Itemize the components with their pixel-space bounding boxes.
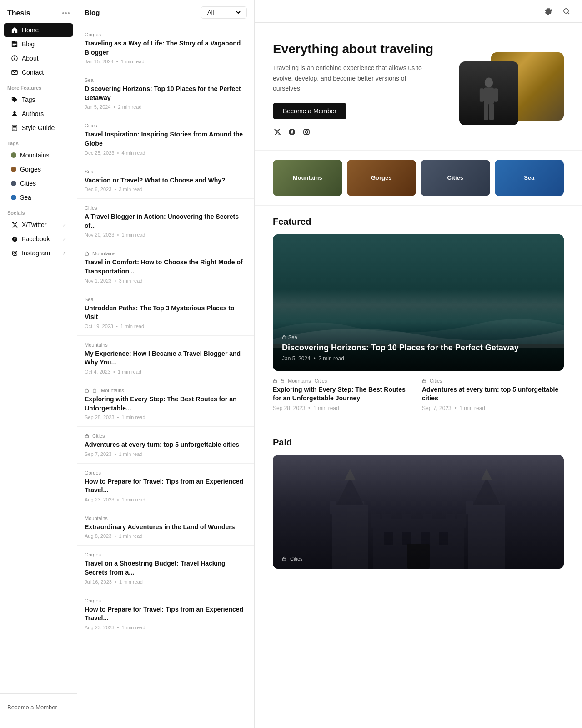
blog-item-12-tag: Gorges [85, 552, 247, 557]
paid-card-meta: Cities [282, 556, 303, 561]
featured-main-tag: Sea [282, 334, 555, 340]
blog-item-3[interactable]: Sea Vacation or Travel? What to Choose a… [77, 162, 254, 199]
blog-item-13[interactable]: Gorges How to Prepare for Travel: Tips f… [77, 592, 254, 637]
featured-sub-card-0[interactable]: Mountains Cities Exploring with Every St… [273, 378, 415, 415]
blog-filter-select[interactable]: All Mountains Gorges Cities Sea [206, 9, 242, 16]
svg-rect-3 [12, 71, 17, 75]
sidebar-menu-button[interactable] [62, 12, 70, 14]
blog-item-3-meta: Dec 6, 2023 • 3 min read [85, 187, 247, 192]
blog-item-9-meta: Sep 7, 2023 • 1 min read [85, 451, 247, 457]
blog-item-4-meta: Nov 20, 2023 • 1 min read [85, 232, 247, 238]
featured-sub-0-title: Exploring with Every Step: The Best Rout… [273, 385, 415, 403]
blog-item-3-title: Vacation or Travel? What to Choose and W… [85, 176, 247, 185]
file-icon [11, 40, 18, 48]
sidebar-item-authors[interactable]: Authors [4, 107, 73, 121]
sidebar-social-x[interactable]: X/Twitter ↗ [4, 218, 73, 232]
sidebar-tag-mountains[interactable]: Mountains [4, 148, 73, 162]
sidebar-item-blog[interactable]: Blog [4, 37, 73, 51]
sidebar-tag-gorges[interactable]: Gorges [4, 162, 73, 176]
hero-person-silhouette [459, 61, 518, 125]
hero-front-image [459, 61, 518, 125]
svg-rect-1 [14, 58, 15, 60]
hero-instagram-link[interactable] [302, 127, 311, 136]
blog-item-9[interactable]: Cities Adventures at every turn: top 5 u… [77, 427, 254, 464]
blog-item-6-meta: Oct 19, 2023 • 1 min read [85, 324, 247, 329]
category-mountains[interactable]: Mountains [273, 160, 342, 196]
sidebar-socials: X/Twitter ↗ Facebook ↗ Instagram ↗ [0, 217, 77, 260]
sidebar-become-member-link[interactable]: Become a Member [7, 701, 70, 713]
svg-rect-10 [85, 390, 89, 392]
sidebar-tag-sea[interactable]: Sea [4, 191, 73, 204]
sidebar-home-label: Home [22, 26, 39, 34]
blog-item-13-meta: Aug 23, 2023 • 1 min read [85, 625, 247, 630]
instagram-external-icon: ↗ [62, 251, 66, 256]
featured-sub-1-tag: Cities [422, 378, 564, 384]
blog-item-2[interactable]: Cities Travel Inspiration: Inspiring Sto… [77, 116, 254, 162]
featured-main-card[interactable]: Sea Discovering Horizons: Top 10 Places … [273, 234, 564, 371]
paid-main-card[interactable]: Cities [273, 455, 564, 569]
blog-item-4-title: A Travel Blogger in Action: Uncovering t… [85, 212, 247, 230]
blog-item-5[interactable]: Mountains Travel in Comfort: How to Choo… [77, 244, 254, 290]
svg-rect-26 [423, 380, 426, 383]
category-gorges[interactable]: Gorges [347, 160, 416, 196]
blog-item-1-tag: Sea [85, 77, 247, 83]
svg-point-17 [485, 77, 493, 87]
tag-icon [11, 96, 18, 103]
category-gorges-label: Gorges [371, 174, 392, 181]
featured-sub-card-1[interactable]: Cities Adventures at every turn: top 5 u… [422, 378, 564, 415]
hero-cta-button[interactable]: Become a Member [273, 103, 346, 119]
more-features-label: More Features [0, 80, 77, 92]
blog-item-0-title: Traveling as a Way of Life: The Story of… [85, 39, 247, 57]
sidebar-item-contact[interactable]: Contact [4, 66, 73, 79]
x-icon [11, 221, 18, 228]
blog-item-11[interactable]: Mountains Extraordinary Adventures in th… [77, 509, 254, 546]
blog-item-10[interactable]: Gorges How to Prepare for Travel: Tips f… [77, 464, 254, 509]
blog-item-13-tag: Gorges [85, 598, 247, 603]
sidebar-item-home[interactable]: Home [4, 23, 73, 37]
sidebar-item-tags[interactable]: Tags [4, 93, 73, 106]
sidebar-social-instagram[interactable]: Instagram ↗ [4, 246, 73, 260]
featured-main-info: Jan 5, 2024 • 2 min read [282, 355, 555, 362]
svg-point-4 [13, 111, 15, 114]
blog-item-2-tag: Cities [85, 123, 247, 128]
featured-sub-cards: Mountains Cities Exploring with Every St… [273, 378, 564, 415]
featured-section: Featured Sea Discovering Ho [255, 206, 582, 415]
sidebar-item-about[interactable]: About [4, 51, 73, 65]
paid-card-tag: Cities [282, 556, 303, 561]
svg-rect-12 [85, 435, 89, 438]
blog-item-4[interactable]: Cities A Travel Blogger in Action: Uncov… [77, 199, 254, 244]
blog-item-8-meta: Sep 28, 2023 • 1 min read [85, 415, 247, 420]
sidebar-tag-cities[interactable]: Cities [4, 177, 73, 190]
blog-item-1[interactable]: Sea Discovering Horizons: Top 10 Places … [77, 71, 254, 116]
sea-dot [11, 195, 16, 200]
blog-item-6[interactable]: Sea Untrodden Paths: The Top 3 Mysteriou… [77, 290, 254, 336]
hero-facebook-link[interactable] [287, 127, 296, 136]
blog-item-7[interactable]: Mountains My Experience: How I Became a … [77, 336, 254, 381]
sidebar-contact-label: Contact [22, 69, 44, 76]
info-icon [11, 55, 18, 62]
blog-filter[interactable]: All Mountains Gorges Cities Sea [201, 6, 247, 19]
category-sea-label: Sea [524, 174, 534, 181]
category-sea[interactable]: Sea [495, 160, 564, 196]
hero-x-link[interactable] [273, 127, 282, 136]
sidebar-tag-gorges-label: Gorges [20, 166, 41, 173]
blog-item-12[interactable]: Gorges Travel on a Shoestring Budget: Tr… [77, 546, 254, 591]
settings-button[interactable] [542, 5, 555, 18]
sidebar-item-style-guide[interactable]: Style Guide [4, 121, 73, 135]
blog-item-7-title: My Experience: How I Became a Travel Blo… [85, 349, 247, 367]
blog-item-0[interactable]: Gorges Traveling as a Way of Life: The S… [77, 25, 254, 71]
sidebar-tags-list: Mountains Gorges Cities Sea [0, 148, 77, 205]
blog-item-8[interactable]: Mountains Exploring with Every Step: The… [77, 381, 254, 427]
sidebar-about-label: About [22, 55, 39, 62]
sidebar-social-facebook[interactable]: Facebook ↗ [4, 232, 73, 246]
sidebar-facebook-label: Facebook [22, 235, 50, 243]
category-cities[interactable]: Cities [421, 160, 490, 196]
doc-icon [11, 124, 18, 131]
sidebar-more-features: Tags Authors Style Guide [0, 92, 77, 135]
instagram-icon [11, 249, 18, 257]
svg-rect-22 [489, 103, 494, 120]
blog-list-header: Blog All Mountains Gorges Cities Sea [77, 0, 254, 25]
search-button[interactable] [560, 5, 573, 18]
sidebar-x-label: X/Twitter [22, 221, 46, 228]
blog-item-10-meta: Aug 23, 2023 • 1 min read [85, 497, 247, 502]
